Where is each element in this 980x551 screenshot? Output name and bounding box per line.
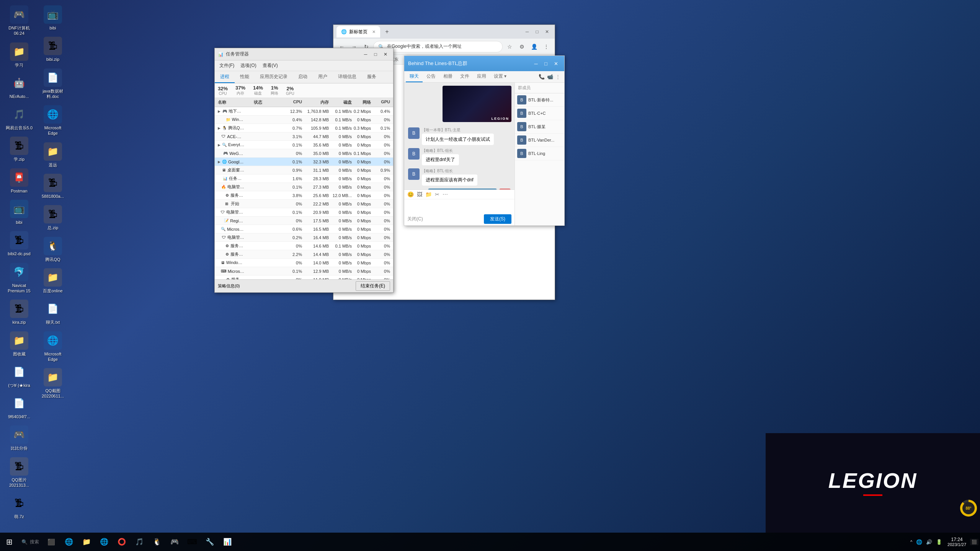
desktop-icon-edge2[interactable]: 🌐 Microsoft Edge	[38, 330, 68, 364]
table-row[interactable]: ⚙ 服务主机: Windows Event Log 0% 14.6 MB 0.1…	[215, 242, 393, 250]
process-table-body[interactable]: ▶ 🎮 地下城与勇士 12.3% 1,763.8 MB 0.1 MB/s 0.2…	[215, 107, 393, 279]
member-list-item[interactable]: B BTL·新春特...	[515, 93, 564, 107]
messages-list[interactable]: B 【唯一本尊】BTL·主星 计划人生一经改成了小朋友试试 B 【略略】BTL·…	[404, 125, 514, 189]
col-status[interactable]: 状态	[245, 99, 271, 105]
more-tools-icon[interactable]: ⋯	[443, 191, 448, 197]
menu-item-文件(F)[interactable]: 文件(F)	[216, 61, 237, 70]
desktop-icon-file2[interactable]: 📄 9f64034f7...	[4, 393, 34, 421]
tm-tab-启动[interactable]: 启动	[293, 71, 313, 83]
table-row[interactable]: ⌨ Microsoft Text Input Applicat... 0.1% …	[215, 267, 393, 276]
desktop-icon-folder2[interactable]: 📁 遥远	[38, 141, 68, 169]
table-row[interactable]: 🛡 ACE-Guard Client 3.1% 44.7 MB 0 MB/s 0…	[215, 132, 393, 141]
taskbar-item11[interactable]: 🔧	[201, 533, 218, 550]
table-row[interactable]: 🛡 电脑管家-实时防护服务 (32 位) 0.1% 20.9 MB 0 MB/s…	[215, 208, 393, 217]
new-tab-button[interactable]: +	[382, 26, 392, 37]
taskbar-music[interactable]: 🎵	[131, 533, 148, 550]
taskbar-explorer[interactable]: 📁	[78, 533, 95, 550]
tm-tab-用户[interactable]: 用户	[313, 71, 333, 83]
taskbar-terminal[interactable]: ⌨	[184, 533, 201, 550]
desktop-icon-zip1[interactable]: 🗜 学.zip	[4, 135, 34, 163]
col-net[interactable]: 网络	[352, 99, 371, 105]
desktop-icon-folder3[interactable]: 🗜 5881800a...	[38, 172, 68, 201]
desktop-icon-zip3[interactable]: 🗜 kira.zip	[4, 298, 34, 326]
tab-chat[interactable]: 聊天	[406, 71, 423, 82]
send-button[interactable]: 发送(S)	[484, 214, 511, 224]
bookmark-button[interactable]: ☆	[504, 41, 515, 52]
taskbar-item12[interactable]: 📊	[219, 533, 236, 550]
taskbar-game[interactable]: 🎮	[166, 533, 183, 550]
clock[interactable]: 17:24 2023/1/27	[944, 537, 969, 547]
table-row[interactable]: 📁 Windows 资源管理器 (2) 0.4% 142.8 MB 0.1 MB…	[215, 116, 393, 124]
desktop-icon-bibili[interactable]: 📺 bibi	[4, 198, 34, 227]
desktop-icon-zip5[interactable]: 🗜 萌.7z	[4, 492, 34, 521]
table-row[interactable]: 🔍 Microsoft Windows Search ... 0.6% 16.5…	[215, 225, 393, 233]
table-row[interactable]: ⊞ 开始 0% 22.2 MB 0 MB/s 0 Mbps 0%	[215, 200, 393, 208]
desktop-icon-folder1[interactable]: 📁 图收藏	[4, 330, 34, 358]
desktop-icon-zip4[interactable]: 🗜 QQ图片2021313...	[4, 456, 34, 490]
menu-item-选项(O)[interactable]: 选项(O)	[237, 61, 259, 70]
desktop-icon-folder5[interactable]: 📁 QQ截图20220611...	[38, 367, 68, 401]
maximize-button[interactable]: □	[371, 51, 380, 58]
profile-button[interactable]: 👤	[529, 41, 539, 52]
expand-btn-0[interactable]: ▶	[218, 109, 221, 113]
table-row[interactable]: 🖥 桌面窗口管理器 0.9% 31.1 MB 0 MB/s 0 Mbps 0.9…	[215, 166, 393, 174]
tab-photos[interactable]: 相册	[439, 71, 456, 82]
taskbar-qq[interactable]: 🐧	[149, 533, 165, 550]
desktop-icon-file3[interactable]: 🎮 比比分份	[4, 424, 34, 452]
tab-announce[interactable]: 公告	[423, 71, 439, 82]
tm-tab-服务[interactable]: 服务	[362, 71, 382, 83]
expand-btn-2[interactable]: ▶	[218, 126, 220, 130]
desktop-icon-edge[interactable]: 🌐 Microsoft Edge	[38, 104, 68, 138]
browser-maximize[interactable]: □	[532, 28, 542, 36]
table-row[interactable]: 🎮 WeGame 0% 35.0 MB 0 MB/s 0.1 Mbps 0%	[215, 149, 393, 158]
menu-item-查看(V)[interactable]: 查看(V)	[260, 61, 281, 70]
chat-maximize[interactable]: □	[541, 59, 550, 68]
tab-settings[interactable]: 设置 ▾	[490, 71, 510, 82]
notification-button[interactable]: ⬛	[970, 539, 978, 545]
table-row[interactable]: ⚙ 服务主机: GameDVR 和广播服务-... 2.2% 14.4 MB 0…	[215, 250, 393, 259]
member-list-item[interactable]: B BTL·Ling	[515, 147, 564, 160]
desktop-icon-navicat[interactable]: 🐬 Navicat Premium 15	[4, 261, 34, 295]
desktop-icon-qq[interactable]: 🐧 腾讯QQ	[38, 235, 68, 264]
chat-close[interactable]: ✕	[551, 59, 560, 68]
menu-button[interactable]: ⋮	[541, 41, 552, 52]
col-mem[interactable]: 内存	[302, 99, 329, 105]
table-row[interactable]: 🔥 电脑管家-小火柴 (32 位) 0.1% 27.3 MB 0 MB/s 0 …	[215, 183, 393, 191]
desktop-icon-file4[interactable]: 📄 聊天.txt	[38, 298, 68, 326]
tab-close-icon[interactable]: ✕	[372, 29, 376, 34]
desktop-icon-file1[interactable]: 📄 (つ∀-)★kira	[4, 361, 34, 390]
desktop-icon-java[interactable]: 📄 java数据材料.doc	[38, 67, 68, 101]
member-list-item[interactable]: B BTL·VanDer...	[515, 134, 564, 147]
member-list-item[interactable]: B BTL·滕某	[515, 120, 564, 134]
phone-icon[interactable]: 📞	[539, 74, 545, 80]
table-row[interactable]: 🛡 电脑管家 (32 位) 0.2% 16.4 MB 0 MB/s 0 Mbps…	[215, 233, 393, 242]
taskbar-chrome[interactable]: ⭕	[113, 533, 130, 550]
table-row[interactable]: 🖥 Windows Shell Experience 主... 0% 14.0 …	[215, 259, 393, 267]
col-disk[interactable]: 磁盘	[329, 99, 352, 105]
desktop-icon-folder4[interactable]: 📁 百度online	[38, 267, 68, 295]
tm-tab-详细信息[interactable]: 详细信息	[333, 71, 362, 83]
end-task-button[interactable]: 结束任务(E)	[356, 281, 390, 291]
expand-btn-6[interactable]: ▶	[218, 160, 220, 164]
taskbar-edge[interactable]: 🌐	[60, 533, 77, 550]
chat-minimize[interactable]: ─	[531, 59, 541, 68]
col-cpu[interactable]: CPU	[271, 99, 302, 105]
image-button[interactable]: 🖼	[417, 191, 422, 197]
member-list-item[interactable]: B BTL·C+C	[515, 107, 564, 120]
taskbar-search[interactable]: 🔍 搜索	[18, 533, 42, 550]
desktop-icon-postman[interactable]: 📮 Postman	[4, 167, 34, 195]
battery-icon[interactable]: 🔋	[934, 538, 944, 546]
members-list[interactable]: B BTL·新春特... B BTL·C+C B BTL·滕某 B BTL·Va…	[515, 93, 564, 225]
table-row[interactable]: ⚙ 服务主机: Diagnostic Policy S... 3.8% 25.6…	[215, 191, 393, 200]
tm-tab-进程[interactable]: 进程	[215, 71, 235, 83]
taskbar-task-view[interactable]: ⬛	[43, 533, 60, 550]
volume-icon[interactable]: 🔊	[924, 538, 934, 546]
network-icon[interactable]: 🌐	[915, 538, 924, 546]
minimize-button[interactable]: ─	[361, 51, 370, 58]
temperature-indicator[interactable]: 88°	[960, 500, 977, 517]
browser-close[interactable]: ✕	[542, 28, 552, 36]
more-icon[interactable]: ⋮	[555, 74, 560, 80]
chat-close-button[interactable]: 关闭(C)	[407, 216, 423, 222]
desktop-icon-bibi2[interactable]: 📺 bibi	[38, 4, 68, 32]
screenshot-button[interactable]: ✂	[435, 191, 439, 197]
